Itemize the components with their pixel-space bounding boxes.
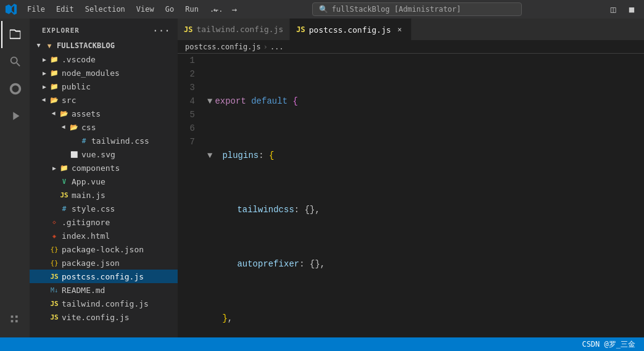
code-editor[interactable]: 1 2 3 4 5 6 7 ▼ export default { ▼ plugi…: [178, 54, 644, 337]
forward-button[interactable]: →: [227, 3, 242, 15]
tree-item-vite-config[interactable]: ▶ JS vite.config.js: [30, 310, 178, 324]
tree-item-assets[interactable]: ▼ 📂 assets: [30, 107, 178, 120]
tree-item-main-js[interactable]: ▶ JS main.js: [30, 188, 178, 202]
tree-root[interactable]: ▶ ▼ FULLSTACKBLOG: [30, 39, 178, 52]
kw-autoprefixer: autoprefixer: [237, 257, 299, 271]
menu-view[interactable]: View: [131, 2, 159, 16]
assets-label: assets: [72, 109, 101, 118]
titlebar: File Edit Selection View Go Run ... ← → …: [0, 0, 644, 19]
vscode-arrow-icon: ▶: [39, 54, 49, 64]
code-line-2: ▼ plugins: {: [207, 149, 639, 162]
sidebar-title: EXPLORER: [42, 27, 80, 35]
kw-tailwindcss: tailwindcss: [237, 203, 294, 217]
breadcrumb-item[interactable]: postcss.config.js: [185, 43, 261, 51]
tab-postcss-config[interactable]: JS postcss.config.js ×: [290, 19, 411, 40]
search-icon: [9, 55, 22, 68]
code-line-4: ▼ autoprefixer: {},: [207, 257, 639, 271]
public-label: public: [62, 82, 91, 91]
tab-js-icon: JS: [184, 25, 192, 34]
menu-run[interactable]: Run: [180, 2, 204, 16]
files-icon: [9, 28, 22, 41]
status-bar: CSDN @罗_三金: [0, 337, 644, 351]
sidebar-more-button[interactable]: ···: [152, 25, 170, 36]
js-file-icon: JS: [59, 190, 69, 200]
code-content[interactable]: ▼ export default { ▼ plugins: { ▼ tailwi…: [202, 54, 644, 337]
main-js-label: main.js: [72, 191, 105, 200]
tree-item-vscode[interactable]: ▶ 📁 .vscode: [30, 52, 178, 66]
css-arrow-icon: ▼: [59, 122, 69, 132]
breadcrumb: postcss.config.js › ...: [178, 40, 644, 54]
activity-explorer[interactable]: [1, 21, 28, 48]
public-arrow-icon: ▶: [39, 81, 49, 91]
tab-tailwind-config[interactable]: JS tailwind.config.js: [178, 19, 290, 40]
titlebar-search-area: 🔍 fullStackBlog [Administrator]: [233, 2, 601, 16]
tree-item-css-folder[interactable]: ▼ 📂 css: [30, 120, 178, 134]
tree-item-style-css[interactable]: ▶ # style.css: [30, 202, 178, 215]
folder-open-icon: 📂: [69, 122, 79, 132]
tree-item-vue-svg[interactable]: ▶ ⬜ vue.svg: [30, 147, 178, 161]
src-label: src: [62, 96, 76, 105]
package-lock-label: package-lock.json: [62, 245, 144, 254]
package-json-label: package.json: [62, 258, 120, 268]
node-modules-arrow-icon: ▶: [39, 68, 49, 78]
sidebar: EXPLORER ··· ▶ ▼ FULLSTACKBLOG ▶ 📁 .vsco…: [30, 19, 178, 337]
back-button[interactable]: ←: [208, 3, 223, 15]
menu-edit[interactable]: Edit: [51, 2, 79, 16]
git-file-icon: ◇: [49, 217, 59, 227]
split-editor-button[interactable]: ◫: [606, 3, 621, 15]
tree-item-src[interactable]: ▼ 📂 src: [30, 93, 178, 107]
activity-extensions[interactable]: [1, 305, 28, 332]
tree-item-tailwind-css[interactable]: ▶ # tailwind.css: [30, 134, 178, 147]
md-file-icon: M↓: [49, 285, 59, 295]
tree-item-tailwind-config[interactable]: ▶ JS tailwind.config.js: [30, 297, 178, 310]
tab-js-icon: JS: [296, 25, 305, 34]
search-bar[interactable]: 🔍 fullStackBlog [Administrator]: [312, 2, 522, 16]
vue-svg-label: vue.svg: [81, 150, 115, 159]
activity-run-debug[interactable]: [1, 102, 28, 130]
folder-icon: 📁: [49, 54, 59, 64]
code-line-5: ▼ },: [207, 312, 639, 325]
kw-plugins: plugins: [222, 149, 258, 162]
spacer-3: ▼: [207, 203, 212, 217]
vue-file-icon: V: [59, 176, 69, 186]
tree-item-public[interactable]: ▶ 📁 public: [30, 80, 178, 93]
folder-icon: 📁: [59, 163, 69, 173]
collapse-icon-2: ▼: [207, 149, 212, 162]
activity-source-control[interactable]: [1, 75, 28, 102]
tree-item-package-lock[interactable]: ▶ {} package-lock.json: [30, 242, 178, 256]
root-arrow-icon: ▶: [35, 41, 44, 51]
activity-search[interactable]: [1, 48, 28, 75]
spacer-5: ▼: [207, 312, 212, 325]
breadcrumb-sep: ›: [263, 43, 268, 51]
tree-item-app-vue[interactable]: ▶ V App.vue: [30, 175, 178, 188]
kw-comma2: ,: [320, 257, 325, 271]
postcss-config-label: postcss.config.js: [62, 272, 144, 281]
toggle-sidebar-button[interactable]: ■: [624, 3, 639, 15]
kw-comma: ,: [315, 203, 320, 217]
js-file-icon: JS: [49, 312, 59, 322]
spacer-4: ▼: [207, 257, 212, 271]
tree-item-node-modules[interactable]: ▶ 📁 node_modules: [30, 66, 178, 80]
svg-file-icon: ⬜: [69, 149, 79, 159]
brace-2: {: [269, 149, 274, 162]
tree-item-readme[interactable]: ▶ M↓ README.md: [30, 283, 178, 297]
tree-item-gitignore[interactable]: ▶ ◇ .gitignore: [30, 215, 178, 229]
menu-selection[interactable]: Selection: [80, 2, 130, 16]
tab-postcss-label: postcss.config.js: [309, 25, 391, 35]
run-debug-icon: [9, 109, 22, 123]
folder-open-icon: 📂: [59, 109, 69, 118]
tree-item-components[interactable]: ▶ 📁 components: [30, 161, 178, 175]
menu-go[interactable]: Go: [160, 2, 179, 16]
vite-config-label: vite.config.js: [62, 313, 130, 322]
tab-close-button[interactable]: ×: [395, 25, 405, 35]
nav-arrows: ← →: [204, 3, 247, 15]
tab-tailwind-label: tailwind.config.js: [196, 25, 283, 34]
breadcrumb-more: ...: [270, 43, 284, 51]
tree-item-index-html[interactable]: ▶ ◈ index.html: [30, 229, 178, 242]
tailwind-css-label: tailwind.css: [91, 136, 149, 146]
menu-file[interactable]: File: [22, 2, 50, 16]
gitignore-label: .gitignore: [62, 218, 110, 227]
activity-bar: [0, 19, 30, 337]
tree-item-package-json[interactable]: ▶ {} package.json: [30, 256, 178, 270]
tree-item-postcss-config[interactable]: ▶ JS postcss.config.js: [30, 270, 178, 283]
